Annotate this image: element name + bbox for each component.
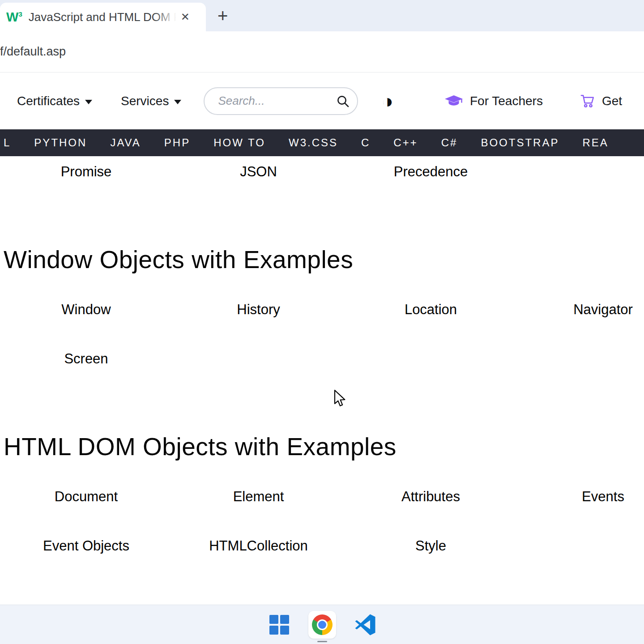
reference-link[interactable]: Document [55, 486, 118, 507]
nav-item[interactable]: C++ [382, 136, 429, 149]
cart-icon [580, 94, 596, 109]
vscode-icon [354, 614, 376, 636]
nav-item[interactable]: JAVA [98, 136, 152, 149]
nav-item[interactable]: BOOTSTRAP [469, 136, 571, 149]
new-tab-button[interactable]: + [218, 5, 228, 26]
site-header: Certificates Services ◑ For Teachers Get [0, 73, 644, 129]
services-menu[interactable]: Services [121, 94, 181, 108]
nav-item[interactable]: PYTHON [22, 136, 98, 149]
reference-link[interactable]: Event Objects [43, 536, 129, 556]
nav-item[interactable]: C [350, 136, 382, 149]
address-bar[interactable]: f/default.asp [0, 31, 644, 73]
tab-close-icon[interactable]: ✕ [181, 11, 190, 23]
chevron-down-icon [85, 100, 92, 104]
reference-link[interactable]: Attributes [401, 486, 460, 507]
reference-link[interactable]: JSON [240, 162, 277, 182]
dom-objects-heading: HTML DOM Objects with Examples [4, 432, 644, 461]
graduation-cap-icon [445, 95, 463, 107]
nav-item[interactable]: W3.CSS [277, 136, 350, 149]
reference-link[interactable]: Style [415, 536, 446, 556]
nav-item[interactable]: PHP [153, 136, 202, 149]
get-certified-link[interactable]: Get [580, 94, 622, 109]
reference-link[interactable]: Window [61, 299, 111, 320]
window-objects-links-grid: WindowHistoryLocationNavigatorScreen [0, 299, 644, 369]
reference-link[interactable]: Screen [64, 349, 108, 369]
reference-links-grid: PromiseJSONPrecedence [0, 162, 644, 182]
nav-item[interactable]: C# [430, 136, 469, 149]
windows-logo-icon [269, 615, 289, 635]
for-teachers-link[interactable]: For Teachers [445, 94, 543, 108]
certificates-label: Certificates [17, 94, 80, 108]
browser-tab[interactable]: W3 JavaScript and HTML DOM Refe ✕ [0, 3, 206, 31]
chevron-down-icon [174, 100, 181, 104]
nav-item[interactable]: HOW TO [202, 136, 277, 149]
reference-link[interactable]: Events [582, 486, 624, 507]
search-icon[interactable] [336, 94, 350, 108]
reference-link[interactable]: History [237, 299, 280, 320]
mouse-cursor-icon [334, 389, 347, 408]
tab-strip: W3 JavaScript and HTML DOM Refe ✕ + [0, 0, 644, 31]
nav-item[interactable]: L [0, 136, 22, 149]
page-content: PromiseJSONPrecedence Window Objects wit… [0, 162, 644, 556]
reference-link[interactable]: Location [405, 299, 457, 320]
vscode-taskbar-button[interactable] [351, 611, 379, 639]
topics-navbar: LPYTHONJAVAPHPHOW TOW3.CSSCC++C#BOOTSTRA… [0, 129, 644, 156]
reference-link[interactable]: Precedence [394, 162, 468, 182]
reference-link[interactable]: Navigator [573, 299, 633, 320]
taskbar [0, 605, 644, 644]
reference-link[interactable]: Element [233, 486, 284, 507]
chrome-taskbar-button[interactable] [308, 611, 336, 639]
nav-item[interactable]: REA [571, 136, 620, 149]
for-teachers-label: For Teachers [470, 94, 543, 108]
dark-mode-toggle-icon[interactable]: ◑ [381, 91, 393, 111]
tab-title-wrap: JavaScript and HTML DOM Refe [29, 8, 176, 26]
tab-title: JavaScript and HTML DOM Refe [29, 10, 176, 24]
chrome-icon [312, 614, 333, 635]
url-text: f/default.asp [0, 45, 66, 59]
window-objects-heading: Window Objects with Examples [4, 245, 644, 274]
w3schools-favicon-icon: W3 [6, 10, 22, 25]
start-button[interactable] [265, 611, 293, 639]
reference-link[interactable]: HTMLCollection [209, 536, 308, 556]
search-box[interactable] [204, 87, 358, 115]
certificates-menu[interactable]: Certificates [17, 94, 92, 108]
search-input[interactable] [218, 94, 336, 108]
reference-link[interactable]: Promise [61, 162, 112, 182]
dom-objects-links-grid: DocumentElementAttributesEventsEvent Obj… [0, 486, 644, 556]
get-certified-label: Get [602, 94, 622, 108]
services-label: Services [121, 94, 169, 108]
